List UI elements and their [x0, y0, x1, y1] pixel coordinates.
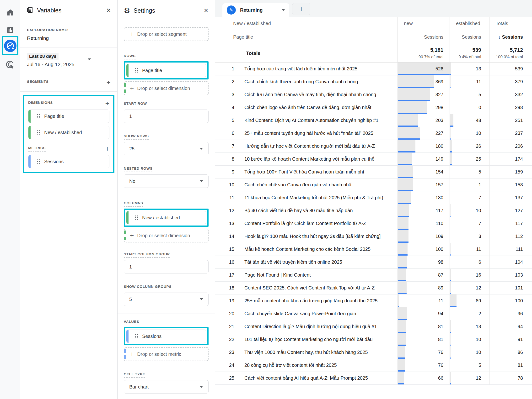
columns-label: COLUMNS	[124, 201, 143, 207]
add-dimension-button[interactable]: +	[105, 100, 109, 107]
row-rank: 15	[215, 243, 238, 256]
table-row[interactable]: 16Tất tần tật về viết truyện kiếm tiền o…	[215, 256, 532, 269]
column-header-new[interactable]: new	[398, 17, 450, 30]
select-value: No	[129, 178, 135, 184]
panel-title: Settings	[133, 7, 203, 14]
start-row-input[interactable]: 1	[124, 110, 209, 123]
row-page-title: Cách chỉnh kích thước ảnh trong Canva nh…	[238, 75, 398, 88]
table-row[interactable]: 1925+ mẫu content nha khoa ấn tượng giúp…	[215, 295, 532, 307]
cell-total-sessions: 206	[489, 140, 532, 153]
rows-drop-target[interactable]: + Drop or select dimension	[124, 81, 209, 95]
session-bar	[398, 269, 406, 281]
table-row[interactable]: 2428 công cụ hỗ trợ viết content tốt nhấ…	[215, 359, 532, 372]
table-row[interactable]: 17Page Not Found | Kind Content8716103	[215, 269, 532, 282]
table-row[interactable]: 625+ mẫu content tuyển dụng hài hước và …	[215, 127, 532, 140]
cell-type-select[interactable]: Bar chart	[124, 380, 209, 393]
table-totals-row: Totals 5,181 90.7% of total 539 9.4% of …	[215, 44, 532, 62]
segment-drop-target[interactable]: + Drop or select segment	[124, 27, 209, 41]
start-column-group-input[interactable]: 1	[124, 260, 209, 273]
cell-new-sessions: 11	[398, 295, 450, 307]
table-row[interactable]: 14Hook là gì? 100 mẫu Hook thu hút ngay …	[215, 230, 532, 243]
add-segment-button[interactable]: +	[106, 80, 111, 86]
table-row[interactable]: 810 bước lập kế hoạch Content Marketing …	[215, 153, 532, 166]
data-table: New / established new established Totals…	[215, 17, 532, 385]
table-row[interactable]: 15Mẫu kế hoạch Content Marketing cho các…	[215, 243, 532, 256]
table-row[interactable]: 5Kind Content: Dịch vụ AI Content Automa…	[215, 114, 532, 127]
columns-chip-new-established[interactable]: New / established	[126, 211, 206, 224]
row-dimension-header[interactable]: Page title	[215, 30, 398, 44]
table-row[interactable]: 21Content Direction là gì? Mẫu định hướn…	[215, 320, 532, 333]
table-row[interactable]: 9Tổng hợp 100+ Font Việt hóa Canva hoàn …	[215, 166, 532, 178]
table-row[interactable]: 10Cách chèn chữ vào Canva đơn giản và nh…	[215, 178, 532, 191]
session-bar	[450, 282, 451, 294]
session-bar	[450, 359, 450, 372]
cell-new-sessions: 109	[398, 230, 450, 243]
table-row[interactable]: 2Cách chỉnh kích thước ảnh trong Canva n…	[215, 75, 532, 88]
table-row[interactable]: 1Tổng hợp các trang viết lách kiếm tiền …	[215, 62, 532, 75]
session-bar	[398, 230, 408, 243]
chevron-down-icon	[88, 58, 91, 60]
rows-chip-page-title[interactable]: Page title	[126, 64, 206, 77]
add-tab-button[interactable]: +	[292, 3, 310, 15]
table-row[interactable]: 22101 tài liệu tự học Content Marketing …	[215, 333, 532, 346]
nested-rows-select[interactable]: No	[124, 174, 209, 188]
reports-icon[interactable]	[0, 25, 20, 35]
row-page-title: Tổng hợp 100+ Font Việt hóa Canva hoàn t…	[238, 166, 398, 178]
tab-returning[interactable]: ✎ Returning	[222, 3, 289, 17]
exploration-name-value[interactable]: Returning	[27, 35, 111, 41]
close-icon[interactable]: ✕	[203, 7, 209, 14]
table-row[interactable]: 13Content Portfolio là gì? Cách làm Cont…	[215, 217, 532, 230]
home-icon[interactable]	[0, 7, 20, 18]
row-page-title: 25+ mẫu content tuyển dụng hài hước và h…	[238, 127, 398, 140]
row-page-title: Tất tần tật về viết truyện kiếm tiền onl…	[238, 256, 398, 269]
column-header-established[interactable]: established	[450, 17, 489, 30]
dimension-chip-new-established[interactable]: New / established	[28, 126, 109, 139]
session-bar	[398, 346, 405, 359]
session-bar	[450, 372, 451, 384]
row-rank: 3	[215, 88, 238, 101]
row-rank: 23	[215, 346, 238, 359]
show-rows-label: SHOW ROWS	[124, 134, 149, 140]
table-row[interactable]: 23Thư viện 1000 mẫu Content hay, thu hút…	[215, 346, 532, 359]
close-icon[interactable]: ✕	[106, 7, 111, 14]
cell-established-sessions: 11	[450, 243, 489, 256]
cell-established-sessions: 2	[450, 307, 489, 320]
row-page-title: Mẫu kế hoạch Content Marketing cho các k…	[238, 243, 398, 256]
metric-header-new-sessions[interactable]: Sessions	[398, 30, 450, 44]
dimension-chip-page-title[interactable]: Page title	[28, 110, 109, 123]
table-row[interactable]: 1111 khóa học Content Marketing tốt nhất…	[215, 191, 532, 204]
table-row[interactable]: 3Cách lưu ảnh trên Canva về máy tính, đi…	[215, 88, 532, 101]
metric-drop-color-bar	[124, 349, 126, 359]
columns-drop-target[interactable]: + Drop or select dimension	[124, 229, 209, 242]
chevron-down-icon	[200, 180, 203, 182]
values-chip-sessions[interactable]: Sessions	[126, 330, 206, 343]
row-page-title: Cách chuyển slide Canva sang PowerPoint …	[238, 307, 398, 320]
metric-header-established-sessions[interactable]: Sessions	[450, 30, 489, 44]
table-row[interactable]: 18Content SEO 2025: Cách viết Content Ra…	[215, 282, 532, 295]
table-row[interactable]: 12Bộ 40 cách viết tiêu đề hay và 80 mẫu …	[215, 204, 532, 217]
dimension-color-bar	[126, 211, 128, 224]
totals-value: 5,181	[430, 47, 443, 53]
add-metric-button[interactable]: +	[105, 146, 109, 152]
drop-label: Drop or select segment	[137, 31, 187, 37]
show-rows-select[interactable]: 25	[124, 142, 209, 155]
table-row[interactable]: 7Hướng dẫn tự học viết Content cho người…	[215, 140, 532, 153]
table-row[interactable]: 4Cách chèn logo vào ảnh trên Canva dễ dà…	[215, 101, 532, 114]
pencil-icon: ✎	[227, 6, 236, 15]
explore-icon[interactable]	[0, 40, 20, 52]
values-drop-target[interactable]: + Drop or select metric	[124, 347, 209, 361]
table-row[interactable]: 20Cách chuyển slide Canva sang PowerPoin…	[215, 307, 532, 320]
table-row[interactable]: 25Cách viết content bằng AI hiệu quả A-Z…	[215, 372, 532, 385]
row-rank: 12	[215, 204, 238, 217]
metric-header-totals-sessions-sorted[interactable]: ↓ Sessions	[489, 30, 532, 44]
cell-established-sessions: 13	[450, 62, 489, 75]
row-rank: 20	[215, 307, 238, 320]
date-range-picker[interactable]: Last 28 days Jul 16 - Aug 12, 2025	[20, 48, 117, 73]
variables-icon	[26, 6, 34, 15]
cell-new-sessions: 203	[398, 114, 450, 127]
cell-total-sessions: 539	[489, 62, 532, 75]
advertising-icon[interactable]	[0, 59, 20, 71]
show-column-groups-select[interactable]: 5	[124, 293, 209, 306]
drop-label: Drop or select metric	[137, 351, 181, 357]
metric-chip-sessions[interactable]: Sessions	[28, 155, 109, 168]
